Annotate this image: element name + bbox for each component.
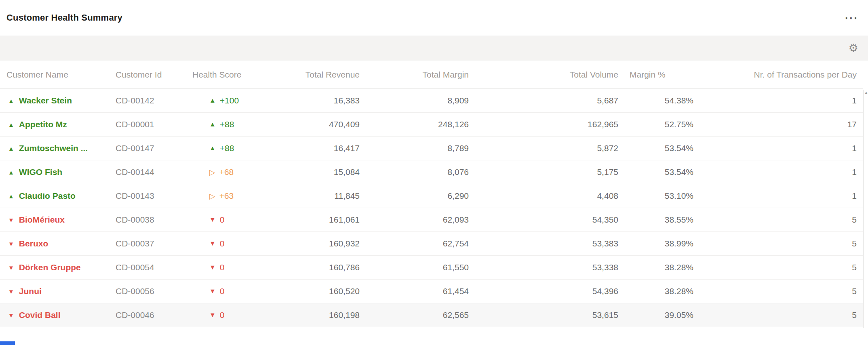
customer-name: Claudio Pasto xyxy=(19,191,76,201)
total-revenue: 160,786 xyxy=(259,256,360,279)
trend-triangle-icon: ▼ xyxy=(8,312,14,318)
total-revenue: 11,845 xyxy=(259,184,360,208)
table-row[interactable]: ▼ Junui CD-00056 ▼ 0 160,520 61,454 54,3… xyxy=(0,280,863,303)
health-score-value: 0 xyxy=(220,215,225,225)
health-score-cell: ▲ +88 xyxy=(186,137,259,160)
more-options-icon[interactable]: ⋯ xyxy=(844,14,858,22)
column-header-health[interactable]: Health Score xyxy=(186,61,259,88)
table-row[interactable]: ▼ Beruxo CD-00037 ▼ 0 160,932 62,754 53,… xyxy=(0,232,863,256)
total-margin: 62,093 xyxy=(360,208,469,231)
total-margin: 61,454 xyxy=(360,280,469,303)
widget-titlebar: Customer Health Summary ⋯ xyxy=(0,0,868,36)
transactions-per-day: 1 xyxy=(699,137,863,160)
total-volume: 53,615 xyxy=(469,303,618,327)
total-volume: 54,396 xyxy=(469,280,618,303)
total-revenue: 16,383 xyxy=(259,89,360,112)
health-trend-icon: ▼ xyxy=(209,288,216,295)
health-score-value: 0 xyxy=(220,263,225,272)
column-header-name[interactable]: Customer Name xyxy=(0,61,109,88)
customer-id: CD-00046 xyxy=(109,303,186,327)
table-row[interactable]: ▼ BioMérieux CD-00038 ▼ 0 161,061 62,093… xyxy=(0,208,863,232)
customer-id: CD-00054 xyxy=(109,256,186,279)
customer-id: CD-00142 xyxy=(109,89,186,112)
total-volume: 4,408 xyxy=(469,184,618,208)
health-trend-icon: ▼ xyxy=(209,240,216,247)
column-header-volume[interactable]: Total Volume xyxy=(469,61,618,88)
customer-name: Zumtoschwein ... xyxy=(19,143,88,153)
health-score-value: +88 xyxy=(220,143,234,153)
total-volume: 5,687 xyxy=(469,89,618,112)
total-revenue: 160,932 xyxy=(259,232,360,255)
column-header-margin[interactable]: Total Margin xyxy=(360,61,469,88)
health-score-cell: ▲ +100 xyxy=(186,89,259,112)
total-revenue: 470,409 xyxy=(259,113,360,136)
total-volume: 53,338 xyxy=(469,256,618,279)
margin-percent: 38.99% xyxy=(618,232,699,255)
total-volume: 5,872 xyxy=(469,137,618,160)
health-score-value: +68 xyxy=(219,167,234,177)
total-margin: 248,126 xyxy=(360,113,469,136)
transactions-per-day: 17 xyxy=(699,113,863,136)
table-row[interactable]: ▼ Dörken Gruppe CD-00054 ▼ 0 160,786 61,… xyxy=(0,256,863,280)
transactions-per-day: 5 xyxy=(699,232,863,255)
total-margin: 62,754 xyxy=(360,232,469,255)
widget-toolbar: ⚙ xyxy=(0,36,868,61)
table-row[interactable]: ▲ Appetito Mz CD-00001 ▲ +88 470,409 248… xyxy=(0,113,863,137)
column-header-revenue[interactable]: Total Revenue xyxy=(259,61,360,88)
health-trend-icon: ▷ xyxy=(209,192,215,200)
trend-triangle-icon: ▲ xyxy=(8,122,14,128)
customer-name: Appetito Mz xyxy=(19,120,67,129)
transactions-per-day: 1 xyxy=(699,184,863,208)
customer-name: Junui xyxy=(19,286,42,296)
total-margin: 8,076 xyxy=(360,160,469,184)
health-score-value: +100 xyxy=(220,96,239,105)
column-header-tx[interactable]: Nr. of Transactions per Day xyxy=(699,61,863,88)
health-score-cell: ▼ 0 xyxy=(186,280,259,303)
total-volume: 54,350 xyxy=(469,208,618,231)
margin-percent: 52.75% xyxy=(618,113,699,136)
total-volume: 5,175 xyxy=(469,160,618,184)
table-row[interactable]: ▲ WIGO Fish CD-00144 ▷ +68 15,084 8,076 … xyxy=(0,160,863,184)
health-score-value: 0 xyxy=(220,310,225,320)
total-volume: 162,965 xyxy=(469,113,618,136)
trend-triangle-icon: ▼ xyxy=(8,265,14,271)
column-header-pct[interactable]: Margin % xyxy=(618,61,699,88)
table-row[interactable]: ▲ Claudio Pasto CD-00143 ▷ +63 11,845 6,… xyxy=(0,184,863,208)
health-trend-icon: ▼ xyxy=(209,312,216,318)
table-row[interactable]: ▲ Wacker Stein CD-00142 ▲ +100 16,383 8,… xyxy=(0,89,863,113)
transactions-per-day: 5 xyxy=(699,256,863,279)
customer-id: CD-00038 xyxy=(109,208,186,231)
customer-name: Dörken Gruppe xyxy=(19,263,81,272)
table-row[interactable]: ▲ Zumtoschwein ... CD-00147 ▲ +88 16,417… xyxy=(0,137,863,160)
health-score-value: +88 xyxy=(220,120,234,129)
health-trend-icon: ▼ xyxy=(209,217,216,223)
total-revenue: 160,198 xyxy=(259,303,360,327)
customer-id: CD-00144 xyxy=(109,160,186,184)
total-margin: 6,290 xyxy=(360,184,469,208)
health-score-cell: ▼ 0 xyxy=(186,303,259,327)
health-score-cell: ▷ +63 xyxy=(186,184,259,208)
customer-name: Beruxo xyxy=(19,239,48,248)
transactions-per-day: 1 xyxy=(699,160,863,184)
trend-triangle-icon: ▲ xyxy=(8,145,14,151)
total-revenue: 160,520 xyxy=(259,280,360,303)
health-score-cell: ▼ 0 xyxy=(186,232,259,255)
margin-percent: 53.54% xyxy=(618,160,699,184)
customer-id: CD-00143 xyxy=(109,184,186,208)
trend-triangle-icon: ▼ xyxy=(8,241,14,247)
settings-gear-icon[interactable]: ⚙ xyxy=(849,43,858,54)
scroll-up-arrow-icon[interactable]: ▲ xyxy=(864,91,868,95)
table-header-row: Customer NameCustomer IdHealth ScoreTota… xyxy=(0,61,863,89)
trend-triangle-icon: ▼ xyxy=(8,288,14,295)
transactions-per-day: 1 xyxy=(699,89,863,112)
column-header-id[interactable]: Customer Id xyxy=(109,61,186,88)
customer-name: Covid Ball xyxy=(19,310,61,320)
trend-triangle-icon: ▼ xyxy=(8,217,14,223)
vertical-scrollbar[interactable]: ▲ xyxy=(863,90,868,328)
health-trend-icon: ▲ xyxy=(209,97,216,104)
table-row[interactable]: ▼ Covid Ball CD-00046 ▼ 0 160,198 62,565… xyxy=(0,303,863,327)
customer-name: BioMérieux xyxy=(19,215,65,225)
health-trend-icon: ▷ xyxy=(209,168,215,176)
customer-id: CD-00037 xyxy=(109,232,186,255)
page-indicator[interactable] xyxy=(0,341,15,345)
